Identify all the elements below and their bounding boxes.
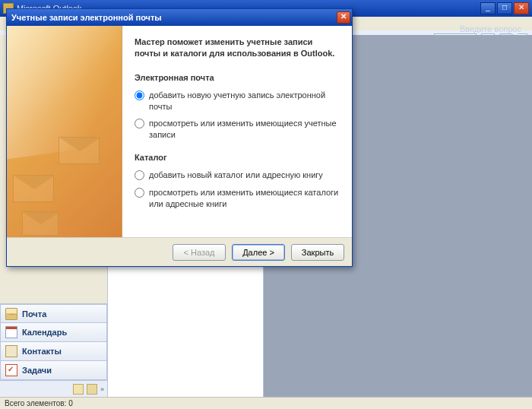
dialog-graphic — [7, 26, 122, 237]
maximize-button[interactable]: □ — [497, 2, 512, 14]
nav-footer: » — [0, 380, 107, 397]
dialog-body: Мастер поможет изменить учетные записи п… — [7, 26, 352, 237]
app-window: Microsoft Outlook _ □ ✕ Введите вопрос К… — [0, 0, 532, 409]
dialog-titlebar: Учетные записи электронной почты ✕ — [7, 9, 352, 26]
nav-item-label: Задачи — [22, 366, 52, 375]
radio-row-view-email[interactable]: просмотреть или изменить имеющиеся учетн… — [135, 118, 340, 141]
back-button: < Назад — [173, 244, 226, 261]
mail-icon — [5, 308, 17, 320]
next-button[interactable]: Далее > — [232, 244, 285, 261]
envelope-icon — [13, 175, 54, 202]
nav-item-label: Контакты — [22, 347, 62, 356]
radio-label: добавить новую учетную запись электронно… — [149, 90, 340, 113]
close-dialog-button[interactable]: Закрыть — [291, 244, 344, 261]
radio-add-catalog[interactable] — [135, 170, 144, 180]
nav-chevron[interactable]: » — [100, 385, 104, 393]
radio-label: просмотреть или изменить имеющиеся катал… — [149, 187, 340, 210]
tasks-icon — [5, 364, 17, 376]
shortcut-icon[interactable] — [87, 384, 97, 395]
nav-item-mail[interactable]: Почта — [0, 304, 107, 323]
radio-row-view-catalog[interactable]: просмотреть или изменить имеющиеся катал… — [135, 187, 340, 210]
envelope-icon — [59, 137, 100, 164]
radio-row-add-email[interactable]: добавить новую учетную запись электронно… — [135, 90, 340, 113]
nav-item-label: Календарь — [22, 328, 67, 337]
email-accounts-dialog: Учетные записи электронной почты ✕ Масте… — [6, 8, 353, 267]
calendar-icon — [5, 326, 17, 338]
radio-label: просмотреть или изменить имеющиеся учетн… — [149, 118, 340, 141]
radio-add-email[interactable] — [135, 90, 144, 100]
dialog-footer: < Назад Далее > Закрыть — [7, 237, 352, 266]
folder-icon[interactable] — [73, 384, 84, 395]
radio-view-email[interactable] — [135, 119, 144, 128]
section-catalog-heading: Каталог — [135, 153, 340, 162]
dialog-close-button[interactable]: ✕ — [337, 11, 350, 24]
nav-item-calendar[interactable]: Календарь — [0, 323, 107, 342]
help-question-box[interactable]: Введите вопрос — [460, 24, 521, 33]
close-button[interactable]: ✕ — [514, 2, 529, 14]
radio-view-catalog[interactable] — [135, 188, 144, 198]
radio-label: добавить новый каталог или адресную книг… — [149, 170, 323, 181]
contacts-icon — [5, 345, 17, 357]
minimize-button[interactable]: _ — [480, 2, 496, 14]
envelope-icon — [22, 211, 59, 236]
dialog-intro: Мастер поможет изменить учетные записи п… — [135, 36, 340, 59]
radio-row-add-catalog[interactable]: добавить новый каталог или адресную книг… — [135, 170, 340, 181]
nav-items: Почта Календарь Контакты Задачи — [0, 304, 107, 380]
statusbar: Всего элементов: 0 — [0, 397, 532, 409]
nav-item-tasks[interactable]: Задачи — [0, 361, 107, 380]
dialog-content: Мастер поможет изменить учетные записи п… — [122, 26, 352, 237]
section-email-heading: Электронная почта — [135, 73, 340, 82]
status-text: Всего элементов: 0 — [5, 399, 73, 407]
nav-item-contacts[interactable]: Контакты — [0, 342, 107, 361]
nav-item-label: Почта — [22, 309, 46, 319]
dialog-title: Учетные записи электронной почты — [11, 13, 337, 22]
